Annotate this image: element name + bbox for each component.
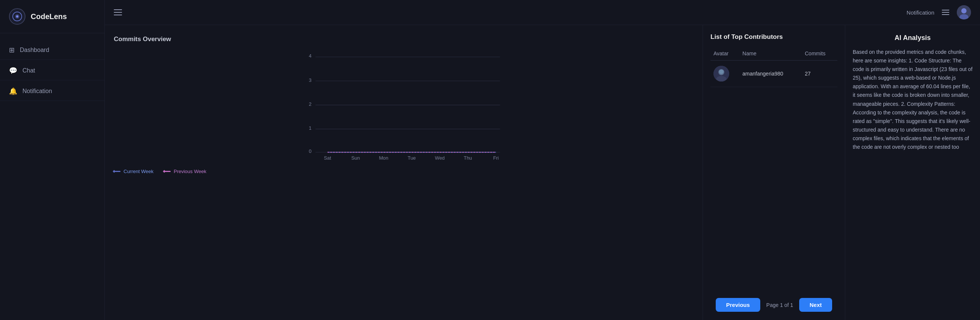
page-info: Page 1 of 1	[766, 302, 793, 308]
contributors-table: Avatar Name Commits	[711, 47, 837, 87]
sidebar-logo: CodeLens	[0, 0, 105, 33]
y-label-4: 4	[309, 53, 312, 59]
col-avatar: Avatar	[711, 47, 739, 60]
col-commits: Commits	[802, 47, 837, 60]
ai-analysis-panel: AI Analysis Based on the provided metric…	[845, 25, 980, 320]
topbar-left	[114, 10, 122, 15]
contributor-commits: 27	[802, 60, 837, 87]
x-label-fri: Fri	[493, 155, 499, 161]
sidebar-item-dashboard[interactable]: ⊞ Dashboard	[0, 41, 105, 60]
sidebar-navigation: ⊞ Dashboard 💬 Chat 🔔 Notification	[0, 33, 105, 108]
logo-icon	[9, 8, 25, 25]
chart-legend: ◆ Current Week ◆ Previous Week	[114, 169, 694, 174]
topbar-menu-line-2	[942, 12, 949, 13]
x-label-wed: Wed	[435, 155, 445, 161]
topbar-menu-line-3	[942, 14, 949, 15]
previous-button[interactable]: Previous	[716, 298, 760, 312]
hamburger-menu-icon[interactable]	[114, 10, 122, 15]
x-label-thu: Thu	[464, 155, 472, 161]
contributors-panel: List of Top Contributors Avatar Name Com…	[703, 25, 845, 320]
chat-icon: 💬	[9, 67, 17, 75]
svg-point-14	[719, 70, 724, 74]
notification-nav-icon: 🔔	[9, 87, 17, 95]
topbar-menu-line-1	[942, 10, 949, 11]
chart-container: 4 3 2 1 0 Sat S	[114, 50, 694, 309]
ai-analysis-text: Based on the provided metrics and code c…	[853, 48, 972, 151]
svg-point-2	[16, 15, 18, 17]
y-label-0: 0	[309, 149, 312, 154]
user-avatar[interactable]	[957, 5, 971, 19]
x-label-sun: Sun	[351, 155, 360, 161]
hamburger-line-3	[114, 14, 122, 15]
y-label-2: 2	[309, 101, 312, 107]
pagination-row: Previous Page 1 of 1 Next	[711, 290, 837, 312]
app-title: CodeLens	[31, 12, 67, 21]
main-content: Notification Commits Overview	[105, 0, 980, 320]
content-area: Commits Overview 4 3 2 1 0	[105, 25, 980, 320]
col-name: Name	[739, 47, 802, 60]
y-label-3: 3	[309, 78, 312, 83]
commits-panel: Commits Overview 4 3 2 1 0	[105, 25, 703, 320]
hamburger-line-2	[114, 12, 122, 13]
x-label-sat: Sat	[324, 155, 331, 161]
sidebar-item-label-dashboard: Dashboard	[20, 47, 49, 54]
sidebar-item-label-notification: Notification	[22, 88, 52, 95]
sidebar-item-notification[interactable]: 🔔 Notification	[0, 82, 105, 101]
ai-title: AI Analysis	[853, 34, 972, 42]
legend-current-week[interactable]: ◆ Current Week	[114, 169, 153, 174]
legend-previous-week[interactable]: ◆ Previous Week	[164, 169, 206, 174]
next-button[interactable]: Next	[799, 298, 832, 312]
commits-chart: 4 3 2 1 0 Sat S	[114, 50, 694, 162]
notification-label: Notification	[907, 10, 934, 16]
sidebar-item-label-chat: Chat	[22, 67, 35, 74]
x-label-mon: Mon	[379, 155, 388, 161]
contributor-avatar	[713, 66, 729, 81]
contributors-title: List of Top Contributors	[711, 33, 837, 41]
x-label-tue: Tue	[408, 155, 416, 161]
topbar-menu-icon[interactable]	[942, 10, 949, 15]
legend-previous-week-label: Previous Week	[174, 169, 206, 174]
y-label-1: 1	[309, 125, 312, 131]
table-header-row: Avatar Name Commits	[711, 47, 837, 60]
sidebar-item-chat[interactable]: 💬 Chat	[0, 61, 105, 80]
contributor-name: amanfangeria980	[739, 60, 802, 87]
sidebar: CodeLens ⊞ Dashboard 💬 Chat 🔔 Notificati…	[0, 0, 105, 320]
svg-point-4	[961, 8, 967, 13]
commits-title: Commits Overview	[114, 35, 694, 43]
topbar: Notification	[105, 0, 980, 25]
contributor-avatar-cell	[711, 60, 739, 87]
hamburger-line-1	[114, 10, 122, 10]
table-row: amanfangeria980 27	[711, 60, 837, 87]
topbar-right: Notification	[907, 5, 971, 19]
legend-current-week-label: Current Week	[124, 169, 153, 174]
dashboard-icon: ⊞	[9, 46, 14, 54]
